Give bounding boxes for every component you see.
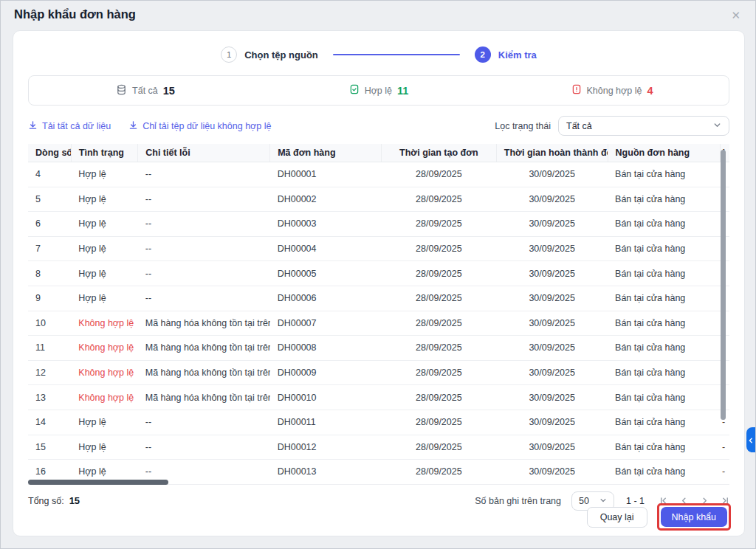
cell-order-code: DH00008 [270, 336, 382, 361]
table-row: 9Hợp lệ--DH0000628/09/202530/09/2025Bán … [28, 286, 729, 311]
cell-order-code: DH00013 [270, 460, 382, 485]
cell-created-date: 28/09/2025 [381, 460, 496, 485]
cell-line-number: 11 [28, 336, 71, 361]
stepper: 1 Chọn tệp nguồn 2 Kiểm tra [13, 46, 744, 63]
table-row: 6Hợp lệ--DH0000328/09/202530/09/2025Bán … [28, 212, 729, 237]
cell-line-number: 14 [28, 410, 71, 435]
cell-order-source: Bán tại cửa hàng [608, 311, 721, 336]
cell-status: Hợp lệ [71, 187, 137, 212]
cell-line-number: 12 [28, 360, 71, 385]
cell-order-source: Bán tại cửa hàng [608, 435, 721, 460]
table-row: 13Không hợp lệMã hàng hóa không tồn tại … [28, 385, 729, 410]
status-filter-label: Lọc trạng thái [495, 121, 551, 131]
cell-order-source: Bán tại cửa hàng [608, 236, 721, 261]
cell-clipped: - [721, 435, 729, 460]
back-button[interactable]: Quay lại [587, 507, 647, 528]
cell-created-date: 28/09/2025 [381, 236, 496, 261]
chevron-left-icon [748, 433, 754, 446]
cell-order-source: Bán tại cửa hàng [608, 261, 721, 286]
step-1-circle: 1 [221, 46, 237, 63]
cell-created-date: 28/09/2025 [381, 212, 496, 237]
table-header-row: Dòng sốTình trạngChi tiết lỗiMã đơn hàng… [28, 144, 729, 162]
summary-valid-value: 11 [397, 85, 408, 97]
cell-error-detail: Mã hàng hóa không tồn tại trên ph... [138, 336, 270, 361]
chevron-down-icon [713, 121, 721, 131]
cell-error-detail: -- [138, 286, 270, 311]
import-button[interactable]: Nhập khẩu [661, 507, 727, 527]
cell-order-source: Bán tại cửa hàng [608, 286, 721, 311]
cell-status: Không hợp lệ [71, 385, 137, 410]
total-label: Tổng số: [28, 496, 64, 506]
cell-order-code: DH00005 [270, 261, 382, 286]
cell-created-date: 28/09/2025 [381, 187, 496, 212]
cell-error-detail: Mã hàng hóa không tồn tại trên ph... [138, 360, 270, 385]
cell-completed-date: 30/09/2025 [496, 286, 608, 311]
file-check-icon [349, 84, 360, 97]
cell-error-detail: Mã hàng hóa không tồn tại trên ph... [138, 385, 270, 410]
download-all-label: Tải tất cả dữ liệu [42, 121, 111, 131]
cell-error-detail: -- [138, 410, 270, 435]
summary-valid-label: Hợp lệ [365, 86, 392, 96]
cell-completed-date: 30/09/2025 [496, 360, 608, 385]
summary-invalid: Không hợp lệ 4 [495, 84, 729, 97]
close-icon[interactable]: ✕ [728, 7, 743, 24]
cell-completed-date: 30/09/2025 [496, 236, 608, 261]
vertical-scrollbar[interactable] [721, 150, 726, 420]
cell-line-number: 7 [28, 236, 71, 261]
column-header: Dòng số [28, 144, 71, 162]
cell-completed-date: 30/09/2025 [496, 212, 608, 237]
column-header: Nguồn đơn hàng [608, 144, 721, 162]
cell-completed-date: 30/09/2025 [496, 435, 608, 460]
download-icon [128, 120, 138, 132]
side-panel-toggle[interactable] [746, 427, 755, 452]
import-orders-dialog: Nhập khẩu đơn hàng ✕ 1 Chọn tệp nguồn 2 … [0, 0, 756, 549]
table-row: 14Hợp lệ--DH0001128/09/202530/09/2025Bán… [28, 410, 729, 435]
cell-created-date: 28/09/2025 [381, 385, 496, 410]
table-row: 11Không hợp lệMã hàng hóa không tồn tại … [28, 336, 729, 361]
cell-order-source: Bán tại cửa hàng [608, 460, 721, 485]
cell-line-number: 5 [28, 187, 71, 212]
column-header: Thời gian tạo đơn [381, 144, 496, 162]
status-filter-value: Tất cả [566, 121, 592, 131]
results-table: Dòng sốTình trạngChi tiết lỗiMã đơn hàng… [28, 144, 729, 485]
cell-completed-date: 30/09/2025 [496, 261, 608, 286]
cell-error-detail: -- [138, 162, 270, 187]
cell-completed-date: 30/09/2025 [496, 187, 608, 212]
cell-line-number: 10 [28, 311, 71, 336]
status-filter-select[interactable]: Tất cả [558, 116, 729, 136]
cell-completed-date: 30/09/2025 [496, 385, 608, 410]
horizontal-scrollbar[interactable] [28, 480, 168, 485]
cell-status: Hợp lệ [71, 162, 137, 187]
file-x-icon [571, 84, 582, 97]
table-row: 4Hợp lệ--DH0000128/09/202530/09/2025Bán … [28, 162, 729, 187]
cell-order-source: Bán tại cửa hàng [608, 212, 721, 237]
summary-all-value: 15 [163, 85, 175, 97]
per-page-label: Số bản ghi trên trang [475, 496, 561, 506]
cell-order-source: Bán tại cửa hàng [608, 385, 721, 410]
cell-error-detail: -- [138, 261, 270, 286]
table-row: 12Không hợp lệMã hàng hóa không tồn tại … [28, 360, 729, 385]
cell-status: Hợp lệ [71, 435, 137, 460]
cell-order-code: DH00010 [270, 385, 382, 410]
column-header: Chi tiết lỗi [138, 144, 270, 162]
download-invalid-link[interactable]: Chỉ tải tệp dữ liệu không hợp lệ [128, 120, 271, 132]
cell-created-date: 28/09/2025 [381, 336, 496, 361]
cell-completed-date: 30/09/2025 [496, 162, 608, 187]
cell-created-date: 28/09/2025 [381, 261, 496, 286]
cell-order-source: Bán tại cửa hàng [608, 162, 721, 187]
cell-created-date: 28/09/2025 [381, 311, 496, 336]
toolbar: Tải tất cả dữ liệu Chỉ tải tệp dữ liệu k… [28, 116, 729, 136]
cell-line-number: 9 [28, 286, 71, 311]
cell-completed-date: 30/09/2025 [496, 336, 608, 361]
cell-status: Hợp lệ [71, 410, 137, 435]
summary-invalid-label: Không hợp lệ [587, 86, 642, 96]
column-header: Tình trạng [71, 144, 137, 162]
cell-order-source: Bán tại cửa hàng [608, 187, 721, 212]
cell-status: Hợp lệ [71, 286, 137, 311]
download-all-link[interactable]: Tải tất cả dữ liệu [28, 120, 111, 132]
cell-status: Hợp lệ [71, 261, 137, 286]
page-title: Nhập khẩu đơn hàng [14, 7, 136, 21]
cell-status: Không hợp lệ [71, 336, 137, 361]
step-2-circle: 2 [475, 46, 491, 63]
cell-order-source: Bán tại cửa hàng [608, 360, 721, 385]
